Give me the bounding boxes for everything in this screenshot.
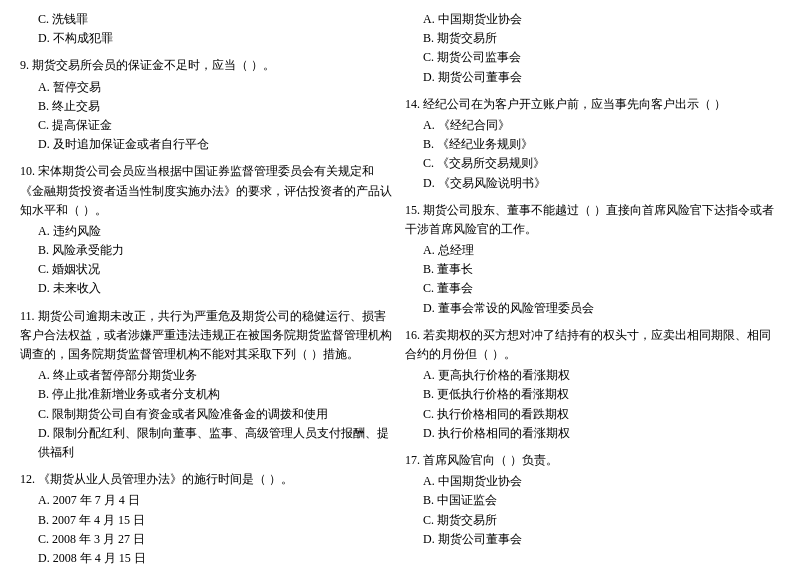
option-text: C. 洗钱罪 bbox=[20, 10, 395, 29]
option-d: D. 2008 年 4 月 15 日 bbox=[20, 549, 395, 565]
option-a: A. 中国期货业协会 bbox=[405, 472, 780, 491]
question-9: 9. 期货交易所会员的保证金不足时，应当（ ）。 A. 暂停交易 B. 终止交易… bbox=[20, 56, 395, 154]
option-a: A. 暂停交易 bbox=[20, 78, 395, 97]
option-c: C. 限制期货公司自有资金或者风险准备金的调拨和使用 bbox=[20, 405, 395, 424]
option-a: A. 总经理 bbox=[405, 241, 780, 260]
option-d: D. 及时追加保证金或者自行平仓 bbox=[20, 135, 395, 154]
question-17: 17. 首席风险官向（ ）负责。 A. 中国期货业协会 B. 中国证监会 C. … bbox=[405, 451, 780, 549]
question-11: 11. 期货公司逾期未改正，共行为严重危及期货公司的稳健运行、损害客户合法权益，… bbox=[20, 307, 395, 463]
left-column: C. 洗钱罪 D. 不构成犯罪 9. 期货交易所会员的保证金不足时，应当（ ）。… bbox=[20, 10, 395, 565]
question-text: 17. 首席风险官向（ ）负责。 bbox=[405, 451, 780, 470]
option-b: B. 终止交易 bbox=[20, 97, 395, 116]
option-d: D. 限制分配红利、限制向董事、监事、高级管理人员支付报酬、提供福利 bbox=[20, 424, 395, 462]
option-a: A. 终止或者暂停部分期货业务 bbox=[20, 366, 395, 385]
question-text: 12. 《期货从业人员管理办法》的施行时间是（ ）。 bbox=[20, 470, 395, 489]
option-c: C. 董事会 bbox=[405, 279, 780, 298]
question-text: 10. 宋体期货公司会员应当根据中国证券监督管理委员会有关规定和《金融期货投资者… bbox=[20, 162, 395, 220]
option-d: D. 期货公司董事会 bbox=[405, 530, 780, 549]
option-c: C. 执行价格相同的看跌期权 bbox=[405, 405, 780, 424]
option-b: B. 董事长 bbox=[405, 260, 780, 279]
question-14: 14. 经纪公司在为客户开立账户前，应当事先向客户出示（ ） A. 《经纪合同》… bbox=[405, 95, 780, 193]
option-a: A. 违约风险 bbox=[20, 222, 395, 241]
question-15: 15. 期货公司股东、董事不能越过（ ）直接向首席风险官下达指令或者干涉首席风险… bbox=[405, 201, 780, 318]
question-text: 16. 若卖期权的买方想对冲了结持有的权头寸，应卖出相同期限、相同合约的月份但（… bbox=[405, 326, 780, 364]
question-text: 9. 期货交易所会员的保证金不足时，应当（ ）。 bbox=[20, 56, 395, 75]
option-c-prev: C. 洗钱罪 D. 不构成犯罪 bbox=[20, 10, 395, 48]
question-10: 10. 宋体期货公司会员应当根据中国证券监督管理委员会有关规定和《金融期货投资者… bbox=[20, 162, 395, 298]
option-text: D. 不构成犯罪 bbox=[20, 29, 395, 48]
option-d: D. 执行价格相同的看涨期权 bbox=[405, 424, 780, 443]
question-13-options: A. 中国期货业协会 B. 期货交易所 C. 期货公司监事会 D. 期货公司董事… bbox=[405, 10, 780, 87]
option-d: D. 未来收入 bbox=[20, 279, 395, 298]
option-c: C. 婚姻状况 bbox=[20, 260, 395, 279]
option-b: B. 中国证监会 bbox=[405, 491, 780, 510]
option-a: A. 《经纪合同》 bbox=[405, 116, 780, 135]
option-b: B. 2007 年 4 月 15 日 bbox=[20, 511, 395, 530]
option-b: B. 风险承受能力 bbox=[20, 241, 395, 260]
option-d: D. 期货公司董事会 bbox=[405, 68, 780, 87]
option-b: B. 停止批准新增业务或者分支机构 bbox=[20, 385, 395, 404]
option-c: C. 《交易所交易规则》 bbox=[405, 154, 780, 173]
option-d: D. 董事会常设的风险管理委员会 bbox=[405, 299, 780, 318]
option-c: C. 2008 年 3 月 27 日 bbox=[20, 530, 395, 549]
option-a: A. 中国期货业协会 bbox=[405, 10, 780, 29]
option-b: B. 《经纪业务规则》 bbox=[405, 135, 780, 154]
option-c: C. 期货交易所 bbox=[405, 511, 780, 530]
right-column: A. 中国期货业协会 B. 期货交易所 C. 期货公司监事会 D. 期货公司董事… bbox=[405, 10, 780, 565]
question-12: 12. 《期货从业人员管理办法》的施行时间是（ ）。 A. 2007 年 7 月… bbox=[20, 470, 395, 565]
option-b: B. 期货交易所 bbox=[405, 29, 780, 48]
option-c: C. 期货公司监事会 bbox=[405, 48, 780, 67]
option-d: D. 《交易风险说明书》 bbox=[405, 174, 780, 193]
question-text: 14. 经纪公司在为客户开立账户前，应当事先向客户出示（ ） bbox=[405, 95, 780, 114]
option-a: A. 更高执行价格的看涨期权 bbox=[405, 366, 780, 385]
option-b: B. 更低执行价格的看涨期权 bbox=[405, 385, 780, 404]
option-c: C. 提高保证金 bbox=[20, 116, 395, 135]
option-a: A. 2007 年 7 月 4 日 bbox=[20, 491, 395, 510]
question-text: 15. 期货公司股东、董事不能越过（ ）直接向首席风险官下达指令或者干涉首席风险… bbox=[405, 201, 780, 239]
question-16: 16. 若卖期权的买方想对冲了结持有的权头寸，应卖出相同期限、相同合约的月份但（… bbox=[405, 326, 780, 443]
question-text: 11. 期货公司逾期未改正，共行为严重危及期货公司的稳健运行、损害客户合法权益，… bbox=[20, 307, 395, 365]
